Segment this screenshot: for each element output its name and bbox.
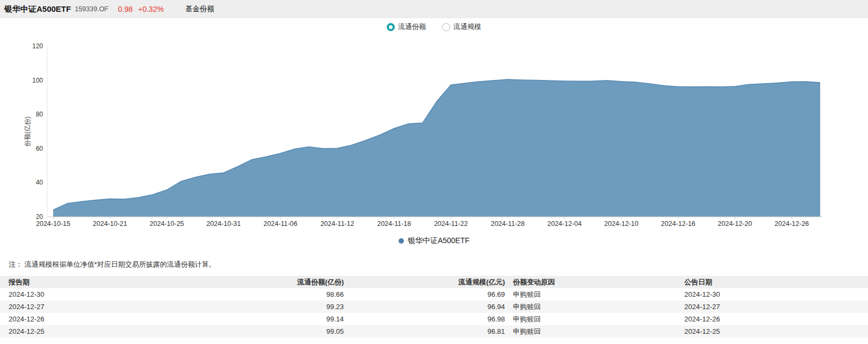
cell-announce-date: 2024-12-30 (682, 288, 868, 301)
cell-scale: 96.81 (348, 325, 509, 338)
col-scale: 流通规模(亿元) (348, 276, 509, 288)
cell-share: 98.66 (285, 288, 348, 301)
svg-text:2024-12-16: 2024-12-16 (661, 220, 696, 228)
cell-change-reason: 申购赎回 (509, 313, 682, 325)
col-change-reason: 份额变动原因 (509, 276, 682, 288)
table-row: 2024-12-30 98.66 96.69 申购赎回 2024-12-30 (0, 288, 868, 301)
cell-scale: 96.94 (348, 301, 509, 313)
table-row: 2024-12-25 99.05 96.81 申购赎回 2024-12-25 (0, 325, 868, 338)
svg-text:60: 60 (36, 145, 44, 152)
cell-scale: 96.98 (348, 313, 509, 325)
cell-announce-date: 2024-12-27 (682, 301, 868, 313)
svg-text:120: 120 (32, 42, 43, 50)
cell-scale: 96.69 (348, 288, 509, 301)
svg-text:2024-10-25: 2024-10-25 (150, 220, 184, 228)
svg-text:80: 80 (36, 111, 44, 118)
radio-label: 流通规模 (453, 22, 481, 32)
fund-name: 银华中证A500ETF (4, 4, 71, 14)
cell-announce-date: 2024-12-25 (682, 325, 868, 338)
page: { "header": { "fund_name": "银华中证A500ETF"… (0, 0, 868, 344)
cell-share: 99.14 (285, 313, 348, 325)
svg-text:2024-10-15: 2024-10-15 (36, 220, 70, 228)
col-report-date: 报告期 (0, 276, 285, 288)
radio-circulating-share[interactable]: 流通份额 (387, 22, 426, 32)
fund-code: 159339.OF (75, 5, 108, 13)
svg-text:2024-11-28: 2024-11-28 (491, 220, 525, 228)
cell-change-reason: 申购赎回 (509, 325, 682, 338)
table-row: 2024-12-27 99.23 96.94 申购赎回 2024-12-27 (0, 301, 868, 313)
svg-text:2024-10-31: 2024-10-31 (206, 220, 241, 228)
svg-text:2024-10-21: 2024-10-21 (93, 220, 127, 228)
share-area-chart: 204060801001202024-10-152024-10-212024-1… (0, 35, 868, 228)
svg-text:2024-11-22: 2024-11-22 (434, 220, 468, 228)
cell-report-date: 2024-12-25 (0, 325, 285, 338)
table-row: 2024-12-26 99.14 96.98 申购赎回 2024-12-26 (0, 313, 868, 325)
radio-label: 流通份额 (398, 22, 426, 32)
svg-text:100: 100 (32, 77, 43, 84)
svg-text:20: 20 (36, 213, 44, 221)
svg-text:份额(亿份): 份额(亿份) (24, 116, 31, 147)
radio-unselected-icon (442, 23, 450, 31)
cell-share: 99.05 (285, 325, 348, 338)
legend-dot (399, 238, 404, 244)
radio-selected-icon (387, 23, 395, 31)
cell-announce-date: 2024-12-26 (682, 313, 868, 325)
col-announce-date: 公告日期 (682, 276, 868, 288)
chart-legend[interactable]: 银华中证A500ETF (0, 236, 868, 246)
svg-text:2024-11-18: 2024-11-18 (377, 220, 411, 228)
cell-change-reason: 申购赎回 (509, 301, 682, 313)
cell-report-date: 2024-12-26 (0, 313, 285, 325)
svg-text:2024-12-26: 2024-12-26 (775, 220, 809, 228)
fund-nav-value: 0.98 (118, 5, 133, 13)
cell-report-date: 2024-12-30 (0, 288, 285, 301)
legend-label: 银华中证A500ETF (408, 236, 469, 246)
cell-share: 99.23 (285, 301, 348, 313)
header-bar: 银华中证A500ETF 159339.OF 0.98 +0.32% 基金份额 (0, 0, 868, 18)
svg-text:40: 40 (36, 179, 44, 186)
series-toggle-group: 流通份额 流通规模 (0, 18, 868, 35)
tab-fund-share[interactable]: 基金份额 (185, 4, 214, 14)
cell-report-date: 2024-12-27 (0, 301, 285, 313)
radio-circulating-scale[interactable]: 流通规模 (442, 22, 481, 32)
table-header-row: 报告期 流通份额(亿份) 流通规模(亿元) 份额变动原因 公告日期 (0, 276, 868, 288)
svg-text:2024-11-12: 2024-11-12 (320, 220, 354, 228)
svg-text:2024-12-20: 2024-12-20 (718, 220, 752, 228)
col-share: 流通份额(亿份) (285, 276, 348, 288)
share-history-table: 报告期 流通份额(亿份) 流通规模(亿元) 份额变动原因 公告日期 2024-1… (0, 276, 868, 338)
footnote: 注： 流通规模根据单位净值*对应日期交易所披露的流通份额计算。 (0, 260, 868, 269)
svg-text:2024-12-10: 2024-12-10 (604, 220, 639, 228)
svg-text:2024-11-06: 2024-11-06 (264, 220, 298, 228)
svg-text:2024-12-04: 2024-12-04 (547, 220, 582, 228)
cell-change-reason: 申购赎回 (509, 288, 682, 301)
fund-change-percent: +0.32% (138, 5, 164, 13)
